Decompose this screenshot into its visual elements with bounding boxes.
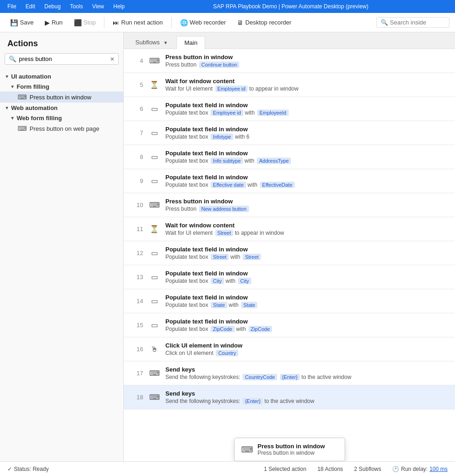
flow-row[interactable]: 11⏳Wait for window contentWait for UI el… (124, 217, 455, 241)
subflows-count: 2 Subflows (354, 466, 382, 472)
tooltip-subtitle: Press button in window (258, 450, 325, 456)
row-number: 13 (129, 274, 143, 281)
menu-edit[interactable]: Edit (22, 2, 39, 11)
tab-subflows[interactable]: Subflows ▼ (127, 36, 176, 49)
row-content: Press button in windowPress button Conti… (165, 54, 449, 68)
row-number: 12 (129, 250, 143, 256)
row-action-icon: ⌨ (149, 392, 160, 403)
run-button[interactable]: ▶ Run (40, 17, 67, 28)
status-icon: ✓ (7, 466, 12, 472)
search-inside-input[interactable] (390, 19, 445, 26)
row-content: Populate text field in windowPopulate te… (165, 294, 449, 308)
row-action-icon: ⌨ (149, 200, 160, 211)
row-number: 5 (129, 81, 143, 88)
search-input[interactable] (19, 55, 107, 62)
web-recorder-icon: 🌐 (180, 19, 188, 26)
row-desc: Populate text box Info subtype with Addr… (165, 158, 449, 164)
row-title: Populate text field in window (165, 246, 449, 253)
flow-row[interactable]: 12▭Populate text field in windowPopulate… (124, 241, 455, 265)
tooltip-content: Press button in window Press button in w… (258, 443, 325, 456)
row-number: 9 (129, 177, 143, 184)
row-highlight: {Enter} (243, 398, 263, 404)
sidebar-subgroup-form-filling[interactable]: ▼ Form filling (0, 82, 123, 92)
row-action-icon: ▭ (149, 128, 160, 139)
run-delay: 🕐 Run delay: 100 ms (392, 466, 448, 472)
row-title: Populate text field in window (165, 270, 449, 277)
menu-tools[interactable]: Tools (66, 2, 86, 11)
sidebar-item-press-button-on-web[interactable]: ⌨ Press button on web page (0, 123, 123, 134)
row-number: 10 (129, 201, 143, 208)
row-highlight: Infotype (211, 134, 233, 140)
row-highlight: Street (211, 254, 229, 260)
row-action-icon: ⌨ (149, 368, 160, 379)
web-recorder-button[interactable]: 🌐 Web recorder (176, 17, 231, 28)
row-highlight2: EmployeeId (257, 110, 289, 116)
desktop-recorder-button[interactable]: 🖥 Desktop recorder (232, 17, 296, 28)
tab-main[interactable]: Main (176, 36, 205, 49)
flow-row[interactable]: 16🖱Click UI element in windowClick on UI… (124, 337, 455, 361)
menu-help[interactable]: Help (109, 2, 128, 11)
flow-row[interactable]: 9▭Populate text field in windowPopulate … (124, 169, 455, 193)
action-tooltip: ⌨ Press button in window Press button in… (234, 438, 345, 461)
row-action-icon: 🖱 (149, 344, 160, 355)
row-number: 11 (129, 226, 143, 232)
flow-row[interactable]: 14▭Populate text field in windowPopulate… (124, 289, 455, 313)
sidebar-item-press-button-in-window[interactable]: ⌨ Press button in window (0, 92, 123, 103)
search-icon: 🔍 (9, 55, 16, 62)
sidebar-group-ui-automation[interactable]: ▼ UI automation (0, 71, 123, 82)
run-next-button[interactable]: ⏭ Run next action (108, 17, 167, 28)
row-desc: Populate text box ZipCode with ZipCode (165, 326, 449, 332)
menu-view[interactable]: View (88, 2, 108, 11)
row-highlight: Employee id (211, 110, 243, 116)
row-content: Populate text field in windowPopulate te… (165, 126, 449, 140)
row-action-icon: ▭ (149, 272, 160, 283)
search-bar[interactable]: 🔍 ✕ (5, 53, 119, 65)
menu-file[interactable]: File (4, 2, 20, 11)
row-highlight2: AddressType (257, 158, 291, 164)
row-action-icon: ▭ (149, 104, 160, 115)
press-button-icon: ⌨ (18, 93, 27, 101)
flow-row[interactable]: 5⏳Wait for window contentWait for UI ele… (124, 73, 455, 97)
flow-row[interactable]: 18⌨Send keysSend the following keystroke… (124, 385, 455, 409)
flow-row[interactable]: 17⌨Send keysSend the following keystroke… (124, 361, 455, 385)
stop-button[interactable]: ⬛ Stop (69, 17, 101, 28)
row-highlight: Employee id (215, 85, 248, 92)
row-highlight: ZipCode (211, 326, 235, 332)
flow-row[interactable]: 6▭Populate text field in windowPopulate … (124, 97, 455, 121)
clear-icon[interactable]: ✕ (110, 56, 115, 62)
search-inside-box[interactable]: 🔍 (376, 17, 449, 28)
row-content: Send keysSend the following keystrokes: … (165, 390, 449, 404)
tabs-bar: Subflows ▼ Main (124, 32, 455, 49)
sidebar-group-web-automation[interactable]: ▼ Web automation (0, 103, 123, 113)
row-number: 14 (129, 298, 143, 305)
row-action-icon: ▭ (149, 296, 160, 307)
flow-row[interactable]: 8▭Populate text field in windowPopulate … (124, 145, 455, 169)
row-action-icon: ⏳ (149, 79, 160, 91)
row-highlight2: City (238, 278, 251, 284)
subflows-dropdown-icon: ▼ (163, 40, 168, 45)
row-number: 8 (129, 153, 143, 160)
row-number: 7 (129, 129, 143, 136)
menu-debug[interactable]: Debug (41, 2, 64, 11)
row-highlight: Continue button (199, 61, 240, 68)
flow-row[interactable]: 10⌨Press button in windowPress button Ne… (124, 193, 455, 217)
main-layout: Actions 🔍 ✕ ▼ UI automation ▼ Form filli… (0, 32, 455, 461)
flow-row[interactable]: 13▭Populate text field in windowPopulate… (124, 265, 455, 289)
flow-row[interactable]: 7▭Populate text field in windowPopulate … (124, 121, 455, 145)
save-button[interactable]: 💾 Save (6, 17, 38, 28)
row-title: Press button in window (165, 198, 449, 205)
run-delay-value[interactable]: 100 ms (430, 466, 448, 472)
toolbar-separator2 (171, 17, 172, 28)
status-bar: ✓ Status: Ready 1 Selected action 18 Act… (0, 461, 455, 476)
row-content: Populate text field in windowPopulate te… (165, 174, 449, 188)
row-number: 16 (129, 346, 143, 353)
flow-row[interactable]: 4⌨Press button in windowPress button Con… (124, 49, 455, 73)
row-content: Click UI element in windowClick on UI el… (165, 342, 449, 356)
flow-row[interactable]: 15▭Populate text field in windowPopulate… (124, 313, 455, 337)
row-content: Press button in windowPress button New a… (165, 198, 449, 212)
chevron-icon: ▼ (5, 105, 9, 110)
row-title: Populate text field in window (165, 318, 449, 325)
row-title: Populate text field in window (165, 102, 449, 109)
sidebar-subgroup-web-form-filling[interactable]: ▼ Web form filling (0, 113, 123, 123)
row-content: Wait for window contentWait for UI eleme… (165, 78, 449, 92)
